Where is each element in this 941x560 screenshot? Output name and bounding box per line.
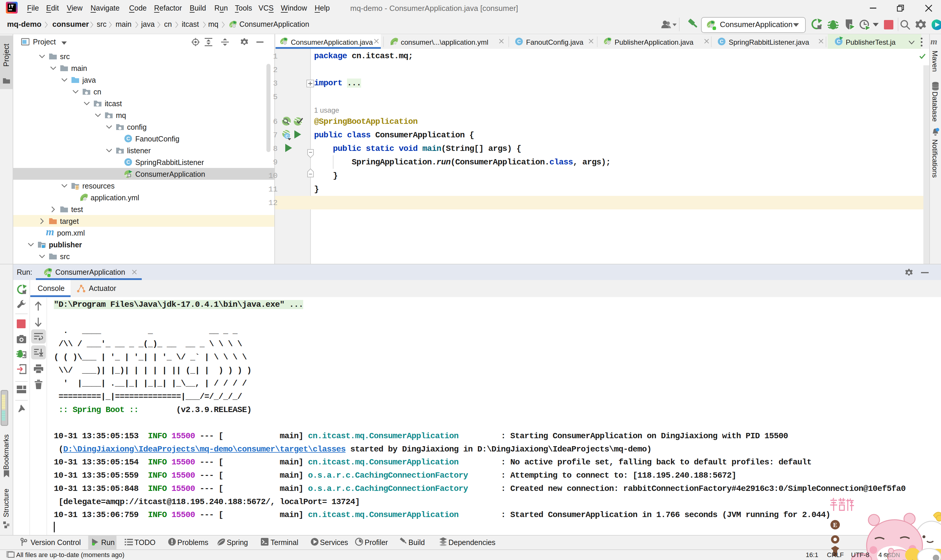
svg-text:C: C — [286, 134, 289, 138]
svg-text:E: E — [833, 522, 837, 529]
svg-text:C: C — [517, 39, 521, 45]
svg-text:C: C — [126, 159, 130, 165]
svg-text:C: C — [126, 136, 130, 142]
svg-text:C: C — [720, 39, 723, 45]
